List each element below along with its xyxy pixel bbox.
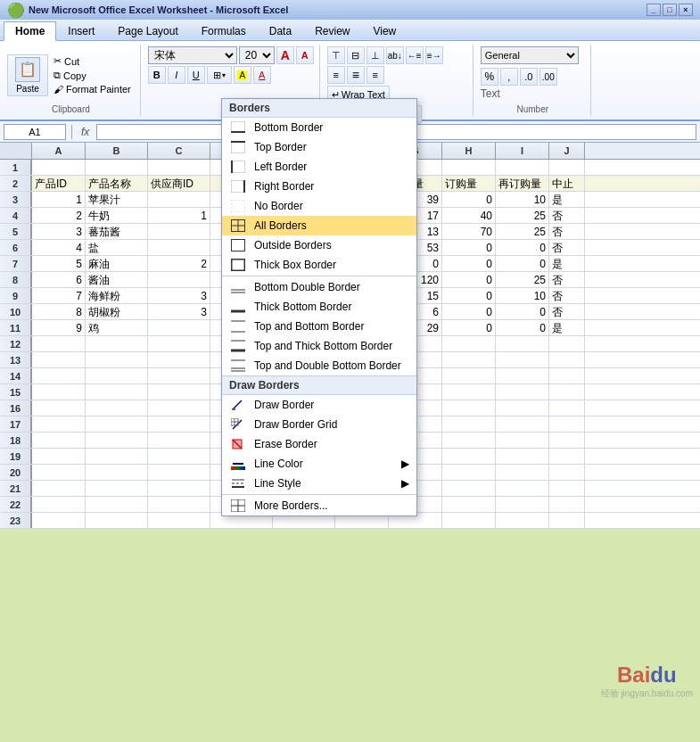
- col-header-j[interactable]: J: [549, 143, 585, 159]
- line-color-item[interactable]: Line Color ▶: [222, 454, 416, 474]
- cell-H15[interactable]: [442, 384, 496, 400]
- row-header-6[interactable]: 6: [0, 240, 32, 255]
- row-header-15[interactable]: 15: [0, 384, 32, 400]
- cell-b7[interactable]: 麻油: [86, 256, 148, 272]
- row-header-9[interactable]: 9: [0, 288, 32, 303]
- cell-c8[interactable]: [148, 272, 210, 288]
- cell-c5[interactable]: [148, 224, 210, 240]
- increase-font-btn[interactable]: A: [276, 46, 294, 64]
- cell-c9[interactable]: 3: [148, 288, 210, 304]
- cell-a5[interactable]: 3: [32, 224, 86, 240]
- row-header-19[interactable]: 19: [0, 449, 32, 464]
- cell-c7[interactable]: 2: [148, 256, 210, 272]
- increase-decimal-button[interactable]: .0: [520, 68, 538, 86]
- line-style-item[interactable]: Line Style ▶: [222, 474, 416, 493]
- cell-b5[interactable]: 蕃茄酱: [86, 224, 148, 240]
- format-painter-button[interactable]: 🖌 Format Painter: [50, 83, 135, 95]
- cell-I20[interactable]: [496, 465, 549, 481]
- text-orient-button[interactable]: ab↓: [386, 46, 404, 64]
- cell-reference-input[interactable]: [4, 124, 66, 140]
- row-header-5[interactable]: 5: [0, 224, 32, 239]
- top-double-bottom-border-item[interactable]: Top and Double Bottom Border: [222, 356, 416, 375]
- cell-j3[interactable]: 是: [549, 192, 585, 208]
- cell-A20[interactable]: [32, 465, 86, 481]
- cell-A13[interactable]: [32, 352, 86, 368]
- cell-A23[interactable]: [32, 513, 86, 529]
- cell-b9[interactable]: 海鲜粉: [86, 288, 148, 304]
- cell-i10[interactable]: 0: [496, 304, 549, 320]
- cell-I15[interactable]: [496, 384, 549, 400]
- cell-c6[interactable]: [148, 240, 210, 256]
- cell-I13[interactable]: [496, 352, 549, 368]
- row-header-10[interactable]: 10: [0, 304, 32, 319]
- row-header-14[interactable]: 14: [0, 368, 32, 383]
- row-header-7[interactable]: 7: [0, 256, 32, 271]
- cell-c11[interactable]: [148, 320, 210, 336]
- cell-I19[interactable]: [496, 449, 549, 465]
- percent-button[interactable]: %: [481, 68, 498, 86]
- cell-h3[interactable]: 0: [442, 192, 496, 208]
- draw-border-grid-item[interactable]: Draw Border Grid: [222, 415, 416, 434]
- row-header-2[interactable]: 2: [0, 176, 32, 191]
- cell-a4[interactable]: 2: [32, 208, 86, 224]
- cell-i3[interactable]: 10: [496, 192, 549, 208]
- cell-i1[interactable]: [496, 160, 549, 176]
- col-header-c[interactable]: C: [148, 143, 210, 159]
- cell-C19[interactable]: [148, 449, 210, 465]
- cell-c2[interactable]: 供应商ID: [148, 176, 210, 192]
- cell-j11[interactable]: 是: [549, 320, 585, 336]
- cell-c3[interactable]: [148, 192, 210, 208]
- cell-C15[interactable]: [148, 384, 210, 400]
- thick-bottom-border-item[interactable]: Thick Bottom Border: [222, 297, 416, 317]
- cell-I21[interactable]: [496, 481, 549, 497]
- erase-border-item[interactable]: Erase Border: [222, 434, 416, 454]
- align-middle-button[interactable]: ⊟: [347, 46, 365, 64]
- col-header-a[interactable]: A: [32, 143, 86, 159]
- cell-C12[interactable]: [148, 336, 210, 352]
- tab-data[interactable]: Data: [258, 21, 303, 40]
- row-header-11[interactable]: 11: [0, 320, 32, 335]
- cell-J12[interactable]: [549, 336, 585, 352]
- cell-a10[interactable]: 8: [32, 304, 86, 320]
- cell-j1[interactable]: [549, 160, 585, 176]
- cell-a7[interactable]: 5: [32, 256, 86, 272]
- cell-A18[interactable]: [32, 433, 86, 449]
- maximize-button[interactable]: □: [663, 4, 677, 16]
- thick-box-border-item[interactable]: Thick Box Border: [222, 255, 416, 275]
- cell-b11[interactable]: 鸡: [86, 320, 148, 336]
- draw-border-item[interactable]: Draw Border: [222, 395, 416, 415]
- cell-A17[interactable]: [32, 416, 86, 433]
- cell-J21[interactable]: [549, 481, 585, 497]
- tab-review[interactable]: Review: [303, 21, 361, 40]
- row-header-3[interactable]: 3: [0, 192, 32, 207]
- cell-A12[interactable]: [32, 336, 86, 352]
- cell-J22[interactable]: [549, 497, 585, 513]
- cell-I22[interactable]: [496, 497, 549, 513]
- cell-J13[interactable]: [549, 352, 585, 368]
- cell-I18[interactable]: [496, 433, 549, 449]
- top-border-item[interactable]: Top Border: [222, 137, 416, 157]
- number-format-select[interactable]: General: [481, 46, 579, 64]
- cell-C13[interactable]: [148, 352, 210, 368]
- cell-j5[interactable]: 否: [549, 224, 585, 240]
- highlight-color-button[interactable]: A: [234, 66, 251, 84]
- cell-H18[interactable]: [442, 433, 496, 449]
- tab-page-layout[interactable]: Page Layout: [106, 21, 189, 40]
- no-border-item[interactable]: No Border: [222, 196, 416, 216]
- cell-I17[interactable]: [496, 416, 549, 433]
- row-header-20[interactable]: 20: [0, 465, 32, 480]
- cell-i5[interactable]: 25: [496, 224, 549, 240]
- align-center-button[interactable]: ≡: [347, 66, 365, 84]
- align-top-button[interactable]: ⊤: [327, 46, 345, 64]
- cell-A14[interactable]: [32, 368, 86, 384]
- cell-i9[interactable]: 10: [496, 288, 549, 304]
- cell-a9[interactable]: 7: [32, 288, 86, 304]
- cell-C22[interactable]: [148, 497, 210, 513]
- cell-I16[interactable]: [496, 400, 549, 416]
- bottom-border-item[interactable]: Bottom Border: [222, 118, 416, 137]
- cell-c1[interactable]: [148, 160, 210, 176]
- cell-b8[interactable]: 酱油: [86, 272, 148, 288]
- col-header-i[interactable]: I: [496, 143, 549, 159]
- cell-j9[interactable]: 否: [549, 288, 585, 304]
- cell-i8[interactable]: 25: [496, 272, 549, 288]
